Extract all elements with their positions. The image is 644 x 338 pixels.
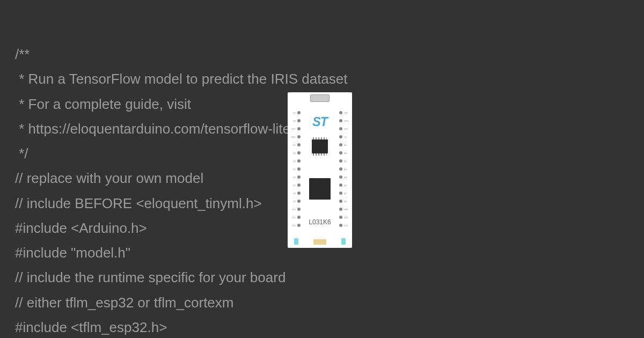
pins-left: D1 D0 RST GND D2 D3 D4 D5 D6 D7 D8 D9 D1… bbox=[291, 111, 301, 227]
led-icon bbox=[341, 238, 346, 245]
led-icon bbox=[294, 238, 298, 245]
chip-icon bbox=[312, 139, 328, 153]
bottom-connector-icon bbox=[313, 239, 326, 245]
code-line: * Run a TensorFlow model to predict the … bbox=[15, 67, 348, 91]
usb-connector-icon bbox=[310, 94, 330, 102]
code-line: // either tflm_esp32 or tflm_cortexm bbox=[15, 290, 348, 315]
main-chip-icon bbox=[309, 178, 331, 200]
microcontroller-board: ST L031K6 D1 D0 RST GND D2 D3 D4 D5 D6 D… bbox=[288, 92, 352, 248]
code-line: /** bbox=[15, 42, 348, 67]
code-line: #include <tflm_esp32.h> bbox=[15, 315, 348, 338]
code-line: // include the runtime specific for your… bbox=[15, 265, 348, 290]
pins-right: VIN GND RST 5V A7 A6 A5 A4 A3 A2 A1 A0 R… bbox=[339, 111, 349, 227]
board-model-label: L031K6 bbox=[309, 218, 331, 226]
st-logo: ST bbox=[312, 115, 327, 129]
